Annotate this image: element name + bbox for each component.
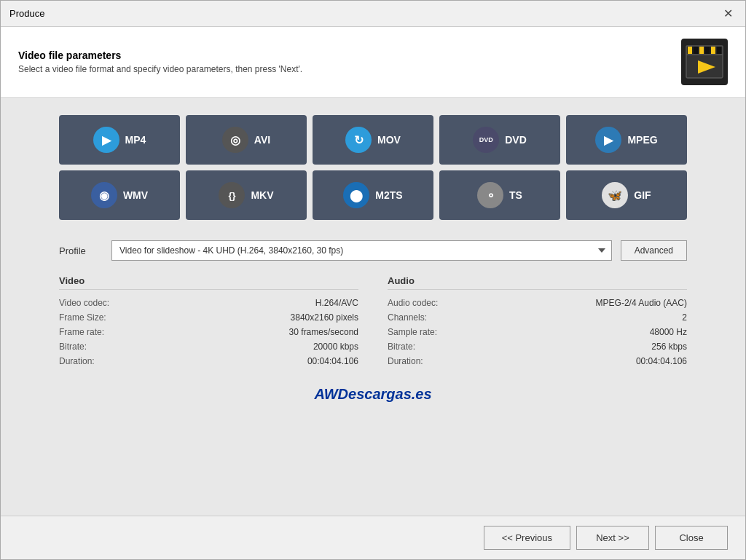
close-button[interactable]: Close <box>655 526 728 550</box>
audio-params-title: Audio <box>388 275 687 290</box>
content-area: ▶ MP4 ◎ AVI ↻ MOV DVD DVD ▶ MPEG ◉ <box>1 98 745 516</box>
watermark: AWDescargas.es <box>59 386 687 403</box>
format-button-gif[interactable]: 🦋 GIF <box>566 170 687 220</box>
svg-rect-4 <box>699 47 704 54</box>
format-button-dvd[interactable]: DVD DVD <box>439 115 560 165</box>
svg-rect-7 <box>717 47 721 54</box>
profile-label: Profile <box>59 245 103 256</box>
audio-param-row: Sample rate:48000 Hz <box>388 325 687 339</box>
video-param-row: Duration:00:04:04.106 <box>59 354 358 368</box>
title-bar: Produce ✕ <box>1 1 745 27</box>
video-params-col: Video Video codec:H.264/AVCFrame Size:38… <box>59 275 358 368</box>
header-text: Video file parameters Select a video fil… <box>18 50 302 74</box>
svg-rect-3 <box>694 47 698 54</box>
svg-rect-5 <box>705 47 710 54</box>
format-grid: ▶ MP4 ◎ AVI ↻ MOV DVD DVD ▶ MPEG ◉ <box>59 115 687 220</box>
profile-select[interactable]: Video for slideshow - 4K UHD (H.264, 384… <box>111 240 612 261</box>
advanced-button[interactable]: Advanced <box>621 240 687 261</box>
page-title: Video file parameters <box>18 50 302 61</box>
params-section: Video Video codec:H.264/AVCFrame Size:38… <box>59 275 687 368</box>
format-button-mpeg[interactable]: ▶ MPEG <box>566 115 687 165</box>
svg-rect-6 <box>711 47 715 54</box>
format-button-mp4[interactable]: ▶ MP4 <box>59 115 180 165</box>
main-window: Produce ✕ Video file parameters Select a… <box>0 0 746 560</box>
audio-param-row: Channels:2 <box>388 310 687 325</box>
header-section: Video file parameters Select a video fil… <box>1 27 745 98</box>
format-button-avi[interactable]: ◎ AVI <box>186 115 307 165</box>
audio-param-row: Bitrate:256 kbps <box>388 339 687 354</box>
previous-button[interactable]: << Previous <box>484 526 570 550</box>
format-button-mov[interactable]: ↻ MOV <box>313 115 433 165</box>
video-param-row: Video codec:H.264/AVC <box>59 296 358 310</box>
video-params-title: Video <box>59 275 358 290</box>
produce-icon <box>681 39 728 85</box>
audio-params-col: Audio Audio codec:MPEG-2/4 Audio (AAC)Ch… <box>388 275 687 368</box>
format-button-m2ts[interactable]: ⬤ M2TS <box>313 170 433 220</box>
format-button-wmv[interactable]: ◉ WMV <box>59 170 180 220</box>
video-param-row: Bitrate:20000 kbps <box>59 339 358 354</box>
footer: << Previous Next >> Close <box>1 516 745 559</box>
video-param-row: Frame Size:3840x2160 pixels <box>59 310 358 325</box>
window-title: Produce <box>9 8 44 19</box>
video-params-rows: Video codec:H.264/AVCFrame Size:3840x216… <box>59 296 358 368</box>
format-button-ts[interactable]: ⚬ TS <box>439 170 560 220</box>
svg-rect-2 <box>688 47 692 54</box>
video-param-row: Frame rate:30 frames/second <box>59 325 358 339</box>
window-close-button[interactable]: ✕ <box>719 5 737 23</box>
next-button[interactable]: Next >> <box>576 526 649 550</box>
audio-params-rows: Audio codec:MPEG-2/4 Audio (AAC)Channels… <box>388 296 687 368</box>
format-button-mkv[interactable]: {} MKV <box>186 170 307 220</box>
audio-param-row: Duration:00:04:04.106 <box>388 354 687 368</box>
profile-row: Profile Video for slideshow - 4K UHD (H.… <box>59 240 687 261</box>
page-subtitle: Select a video file format and specify v… <box>18 64 302 74</box>
audio-param-row: Audio codec:MPEG-2/4 Audio (AAC) <box>388 296 687 310</box>
